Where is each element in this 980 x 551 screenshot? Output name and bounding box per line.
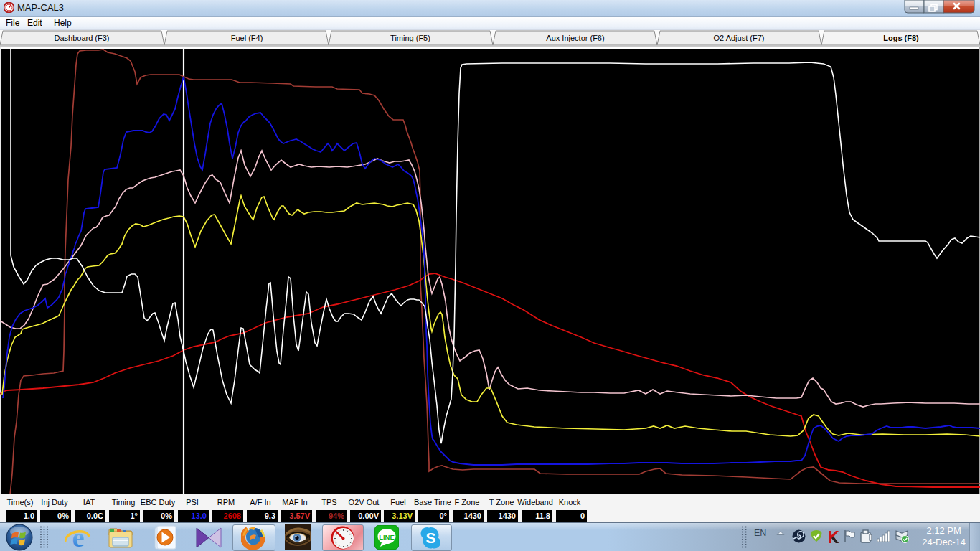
svg-text:Logs (F8): Logs (F8): [883, 34, 919, 42]
svg-text:e: e: [72, 524, 85, 550]
svg-text:S: S: [425, 529, 435, 546]
svg-text:Fuel (F4): Fuel (F4): [231, 34, 263, 42]
svg-text:LINE: LINE: [379, 533, 395, 541]
svg-text:Timing (F5): Timing (F5): [390, 34, 430, 42]
svg-text:Aux Injector (F6): Aux Injector (F6): [546, 34, 604, 42]
svg-text:Dashboard (F3): Dashboard (F3): [54, 34, 109, 42]
svg-text:O2 Adjust (F7): O2 Adjust (F7): [714, 34, 765, 42]
